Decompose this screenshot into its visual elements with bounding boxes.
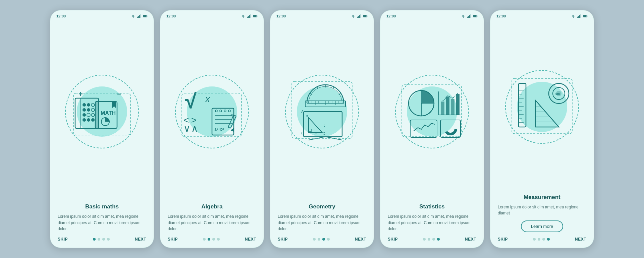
svg-rect-104 (456, 94, 460, 115)
screen-title: Geometry (278, 203, 366, 210)
wifi-icon (241, 14, 246, 18)
dot-2 (428, 238, 430, 241)
next-label[interactable]: NEXT (465, 237, 476, 242)
svg-rect-103 (451, 99, 454, 115)
algebra-icon: √ x < > ∨ ∧ (178, 78, 246, 145)
svg-rect-94 (469, 15, 470, 18)
skip-label[interactable]: SKIP (168, 237, 178, 242)
svg-rect-61 (364, 15, 366, 17)
next-label[interactable]: NEXT (135, 237, 146, 242)
next-label[interactable]: NEXT (355, 237, 366, 242)
svg-point-29 (243, 17, 243, 18)
content-geometry: Geometry Lorem ipsum dolor sit dim amet,… (270, 203, 374, 232)
svg-rect-95 (470, 14, 471, 18)
dot-4 (217, 238, 220, 241)
dot-3 (432, 238, 435, 241)
dot-4 (547, 238, 550, 241)
svg-rect-90 (292, 81, 352, 138)
svg-rect-35 (254, 15, 256, 17)
svg-point-12 (83, 108, 86, 112)
svg-point-16 (87, 113, 90, 117)
pagination-dots (533, 238, 550, 241)
illustration-algebra: √ x < > ∨ ∧ (160, 20, 264, 203)
status-icons (461, 14, 478, 18)
learn-more-button[interactable]: Learn more (521, 220, 563, 232)
phone-measurement: 12:00 5m (490, 10, 594, 248)
status-time: 12:00 (276, 14, 286, 18)
next-label[interactable]: NEXT (575, 237, 586, 242)
svg-rect-58 (359, 15, 360, 18)
next-label[interactable]: NEXT (245, 237, 256, 242)
signal-icon (247, 14, 252, 18)
svg-rect-110 (577, 17, 578, 18)
icon-area: MATH + − (54, 23, 150, 200)
icon-area: a b c B A C (274, 23, 370, 200)
svg-text:∧: ∧ (191, 123, 198, 134)
dot-3 (212, 238, 215, 241)
dot-1 (533, 238, 536, 241)
svg-rect-112 (579, 15, 580, 18)
svg-rect-56 (357, 17, 358, 18)
content-basic-maths: Basic maths Lorem ipsum dolor sit dim am… (50, 203, 154, 232)
status-bar: 12:00 (270, 10, 374, 20)
svg-rect-4 (140, 14, 141, 18)
phone-statistics: 12:00 (380, 10, 484, 248)
svg-rect-84 (309, 129, 311, 132)
status-bar: 12:00 (50, 10, 154, 20)
dot-1 (423, 238, 426, 241)
svg-rect-3 (139, 15, 140, 18)
svg-point-45 (224, 110, 226, 112)
dot-2 (208, 238, 210, 241)
content-measurement: Measurement Lorem ipsum dolor sit dim am… (490, 194, 594, 232)
screen-body: Lorem ipsum dolor sit dim amet, mea regi… (278, 213, 366, 232)
dot-4 (107, 238, 110, 241)
nav-bar: SKIP NEXT (50, 232, 154, 248)
nav-bar: SKIP NEXT (490, 232, 594, 248)
battery-icon (473, 14, 478, 18)
content-statistics: Statistics Lorem ipsum dolor sit dim ame… (380, 203, 484, 232)
pagination-dots (423, 238, 440, 241)
phone-geometry: 12:00 (270, 10, 374, 248)
nav-bar: SKIP NEXT (270, 232, 374, 248)
svg-point-20 (91, 118, 95, 122)
svg-point-55 (353, 17, 353, 18)
screen-body: Lorem ipsum dolor sit dim amet, mea regi… (388, 213, 476, 232)
status-time: 12:00 (386, 14, 396, 18)
statistics-icon (398, 78, 466, 145)
svg-rect-105 (410, 120, 437, 137)
status-icons (131, 14, 148, 18)
skip-label[interactable]: SKIP (388, 237, 398, 242)
icon-area: √ x < > ∨ ∧ (164, 23, 260, 200)
svg-rect-22 (95, 102, 98, 128)
screen-body: Lorem ipsum dolor sit dim amet, mea regi… (168, 213, 256, 232)
svg-rect-31 (248, 16, 249, 18)
pagination-dots (93, 238, 110, 241)
svg-point-14 (91, 108, 95, 112)
svg-rect-6 (144, 15, 146, 17)
svg-point-109 (573, 17, 573, 18)
svg-text:+: + (78, 90, 83, 98)
dot-2 (538, 238, 540, 241)
svg-point-43 (215, 110, 217, 112)
svg-text:5m: 5m (555, 92, 560, 95)
svg-text:c: c (324, 124, 325, 127)
screen-title: Measurement (498, 194, 586, 201)
svg-text:b: b (315, 132, 317, 136)
svg-marker-80 (309, 118, 322, 132)
svg-text:−: − (117, 90, 121, 98)
screen-body: Lorem ipsum dolor sit dim amet, mea regi… (58, 213, 146, 232)
screen-title: Algebra (168, 203, 256, 210)
wifi-icon (351, 14, 356, 18)
status-bar: 12:00 (490, 10, 594, 20)
skip-label[interactable]: SKIP (278, 237, 288, 242)
nav-bar: SKIP NEXT (380, 232, 484, 248)
battery-icon (253, 14, 258, 18)
svg-rect-113 (580, 14, 581, 18)
status-icons (241, 14, 258, 18)
status-bar: 12:00 (160, 10, 264, 20)
svg-text:a: a (306, 114, 308, 118)
battery-icon (363, 14, 368, 18)
skip-label[interactable]: SKIP (58, 237, 68, 242)
illustration-geometry: a b c B A C (270, 20, 374, 203)
skip-label[interactable]: SKIP (498, 237, 508, 242)
